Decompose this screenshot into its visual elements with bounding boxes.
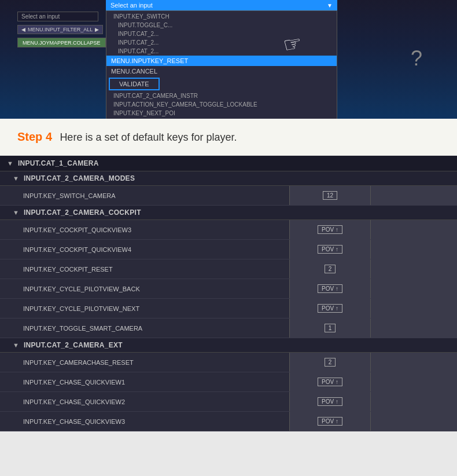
key-secondary[interactable] [370,353,457,372]
key-binding[interactable]: 2 [289,353,370,372]
bottom-table: INPUT.KEY_CHASE_QUICKVIEW2 POV ↑ INPUT.K… [0,392,457,431]
list-item: INPUT.CAT_2... [106,30,337,38]
key-badge: POV ↑ [318,378,342,386]
key-badge: 2 [325,358,336,367]
key-secondary[interactable] [370,372,457,391]
key-binding[interactable]: POV ↑ [289,220,370,239]
key-name: INPUT.KEY_CAMERACHASE_RESET [0,353,289,372]
key-binding[interactable]: 2 [289,259,370,279]
key-binding[interactable]: POV ↑ [289,372,370,391]
key-binding[interactable]: POV ↑ [289,240,370,259]
key-badge: POV ↑ [318,245,342,254]
list-item: INPUT.TOGGLE_C... [106,21,337,30]
cat1-label: INPUT.CAT_1_CAMERA [18,159,99,167]
chevron-down-icon: ▼ [13,209,19,216]
key-name: INPUT.KEY_CHASE_QUICKVIEW2 [0,392,289,411]
table-row: INPUT.KEY_SWITCH_CAMERA 12 [0,186,457,206]
validate-container: VALIDATE [106,76,337,91]
key-secondary[interactable] [370,412,457,431]
key-binding[interactable]: 1 [289,318,370,338]
filter-input[interactable] [17,12,98,21]
validate-button[interactable]: VALIDATE [109,78,160,90]
key-name: INPUT.KEY_CYCLE_PILOTVIEW_BACK [0,279,289,298]
table-row: INPUT.KEY_COCKPIT_RESET 2 [0,259,457,279]
list-item: INPUT.KEY_SWITCH [106,11,337,21]
step-section: Step 4 Here is a set of default keys for… [0,119,457,156]
cat2-cockpit-label: INPUT.CAT_2_CAMERA_COCKPIT [24,208,141,217]
key-name: INPUT.KEY_SWITCH_CAMERA [0,186,289,205]
step-text: Here is a set of default keys for player… [60,131,237,143]
table-row: INPUT.KEY_TOGGLE_SMART_CAMERA 1 [0,318,457,338]
key-name: INPUT.KEY_CHASE_QUICKVIEW3 [0,412,289,431]
chevron-down-icon: ▼ [13,342,19,349]
step-label: Step 4 [17,130,52,143]
table-row: INPUT.KEY_COCKPIT_QUICKVIEW3 POV ↑ [0,220,457,240]
key-badge: POV ↑ [318,284,342,293]
key-badge: POV ↑ [318,304,342,313]
cat1-row: ▼ INPUT.CAT_1_CAMERA [0,156,457,171]
key-binding[interactable]: POV ↑ [289,299,370,318]
key-secondary[interactable] [370,299,457,318]
key-badge: POV ↑ [318,225,342,234]
key-badge: 12 [323,191,337,200]
key-secondary[interactable] [370,259,457,279]
key-secondary[interactable] [370,220,457,239]
dropdown-header[interactable]: Select an input ▼ [106,0,337,10]
table-row: INPUT.KEY_CHASE_QUICKVIEW1 POV ↑ [0,372,457,392]
key-badge: 2 [325,265,336,273]
key-name: INPUT.KEY_CHASE_QUICKVIEW1 [0,372,289,391]
menu-reset-item[interactable]: MENU.INPUTKEY_RESET [106,56,337,66]
key-binding[interactable]: 12 [289,186,370,205]
table-row: INPUT.KEY_CHASE_QUICKVIEW3 POV ↑ [0,412,457,431]
key-badge: POV ↑ [318,417,342,426]
table-row: INPUT.KEY_CHASE_QUICKVIEW2 POV ↑ [0,392,457,412]
key-binding[interactable]: POV ↑ [289,392,370,411]
cat2-modes-row: ▼ INPUT.CAT_2_CAMERA_MODES [0,171,457,186]
list-item: INPUT.KEY_RESET_SMART_CAMERA [106,118,337,119]
left-panel: ◀ MENU.INPUT_FILTER_ALL ▶ MENU.JOYMAPPER… [17,12,106,47]
cat2-modes-label: INPUT.CAT_2_CAMERA_MODES [24,174,135,182]
main-dropdown[interactable]: Select an input ▼ INPUT.KEY_SWITCH INPUT… [106,0,337,119]
filter-all-button[interactable]: ◀ MENU.INPUT_FILTER_ALL ▶ [17,25,103,34]
key-name: INPUT.KEY_COCKPIT_QUICKVIEW3 [0,220,289,239]
key-secondary[interactable] [370,318,457,338]
screenshot-area: ◀ MENU.INPUT_FILTER_ALL ▶ MENU.JOYMAPPER… [0,0,457,119]
question-mark-icon: ? [411,46,422,71]
table-row: INPUT.KEY_COCKPIT_QUICKVIEW4 POV ↑ [0,240,457,259]
table-row: INPUT.KEY_CYCLE_PILOTVIEW_BACK POV ↑ [0,279,457,299]
list-item: INPUT.ACTION_KEY_CAMERA_TOGGLE_LOCKABLE [106,100,337,109]
key-badge: POV ↑ [318,397,342,406]
key-badge: 1 [325,324,336,332]
collapse-button[interactable]: MENU.JOYMAPPER.COLLAPSE [17,38,106,47]
cat2-ext-label: INPUT.CAT_2_CAMERA_EXT [24,341,123,349]
chevron-down-icon: ▼ [13,175,19,182]
key-binding[interactable]: POV ↑ [289,279,370,298]
cat2-cockpit-row: ▼ INPUT.CAT_2_CAMERA_COCKPIT [0,206,457,220]
table-row: INPUT.KEY_CAMERACHASE_RESET 2 [0,353,457,372]
table-row: INPUT.KEY_CYCLE_PILOTVIEW_NEXT POV ↑ [0,299,457,318]
cat2-ext-row: ▼ INPUT.CAT_2_CAMERA_EXT [0,338,457,353]
dropdown-list: INPUT.KEY_SWITCH INPUT.TOGGLE_C... INPUT… [106,10,337,119]
chevron-down-icon: ▼ [7,160,13,167]
key-secondary[interactable] [370,240,457,259]
list-item: INPUT.CAT_2_CAMERA_INSTR [106,91,337,100]
key-secondary[interactable] [370,279,457,298]
key-binding[interactable]: POV ↑ [289,412,370,431]
key-secondary[interactable] [370,186,457,205]
dropdown-arrow-icon: ▼ [327,2,333,9]
list-item: INPUT.KEY_NEXT_POI [106,109,337,118]
key-name: INPUT.KEY_CYCLE_PILOTVIEW_NEXT [0,299,289,318]
key-name: INPUT.KEY_TOGGLE_SMART_CAMERA [0,318,289,338]
key-name: INPUT.KEY_COCKPIT_RESET [0,259,289,279]
key-secondary[interactable] [370,392,457,411]
keybindings-table: ▼ INPUT.CAT_1_CAMERA ▼ INPUT.CAT_2_CAMER… [0,156,457,392]
key-name: INPUT.KEY_COCKPIT_QUICKVIEW4 [0,240,289,259]
menu-cancel-item[interactable]: MENU.CANCEL [106,66,337,76]
